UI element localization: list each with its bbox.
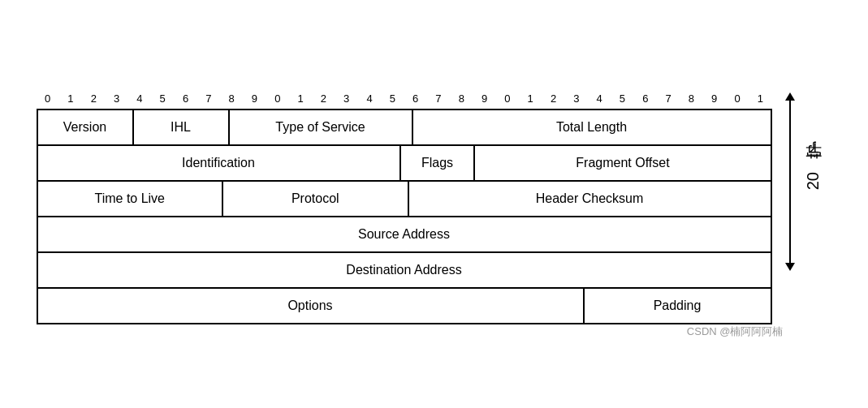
bit-label: 7: [427, 92, 450, 105]
bit-label: 0: [726, 92, 749, 105]
cell-flags: Flags: [401, 146, 476, 180]
table-row-row4: Source Address: [38, 217, 772, 253]
arrow-up-icon: [785, 92, 795, 101]
bit-label: 5: [611, 92, 633, 105]
table-row-row3: Time to LiveProtocolHeader Checksum: [38, 182, 772, 217]
brace-arrows: [784, 92, 797, 271]
bit-label: 8: [450, 92, 473, 105]
bit-label: 3: [335, 92, 358, 105]
bit-label: 2: [542, 92, 564, 105]
cell-destination-address: Destination Address: [38, 253, 771, 287]
bit-label: 7: [657, 92, 680, 105]
cell-total-length: Total Length: [413, 110, 771, 144]
bit-label: 6: [174, 92, 196, 105]
watermark: CSDN @楠阿阿阿楠: [687, 324, 784, 339]
bit-label: 3: [565, 92, 588, 105]
bit-label: 0: [37, 92, 59, 105]
bit-label: 1: [59, 92, 82, 105]
bit-label: 4: [588, 92, 611, 105]
cell-ttl: Time to Live: [38, 182, 224, 216]
bit-label: 1: [749, 92, 771, 105]
twenty-bytes-label: 20字节: [801, 172, 823, 190]
cell-fragment-offset: Fragment Offset: [475, 146, 770, 180]
table-row-row2: IdentificationFlagsFragment Offset: [38, 146, 772, 182]
cell-ihl: IHL: [134, 110, 230, 144]
bit-label: 0: [266, 92, 289, 105]
bit-label: 8: [680, 92, 702, 105]
bit-label: 5: [381, 92, 404, 105]
bit-label: 9: [473, 92, 495, 105]
bit-label: 4: [358, 92, 381, 105]
bit-label: 6: [404, 92, 427, 105]
bit-label: 1: [289, 92, 312, 105]
cell-source-address: Source Address: [38, 217, 771, 251]
cell-options: Options: [38, 289, 585, 323]
bit-label: 8: [220, 92, 243, 105]
table-row-row1: VersionIHLType of ServiceTotal Length: [38, 110, 772, 146]
cell-identification: Identification: [38, 146, 401, 180]
bit-label: 2: [82, 92, 105, 105]
twenty-bytes-brace: 20字节: [784, 92, 832, 324]
bit-label: 1: [519, 92, 542, 105]
table-row-row6: OptionsPadding: [38, 289, 772, 324]
cell-header-checksum: Header Checksum: [409, 182, 771, 216]
bit-label: 0: [496, 92, 519, 105]
bit-label: 9: [243, 92, 266, 105]
bit-label: 2: [312, 92, 335, 105]
bit-label: 7: [197, 92, 220, 105]
bit-label: 6: [634, 92, 657, 105]
cell-version: Version: [38, 110, 134, 144]
bit-label: 5: [151, 92, 174, 105]
cell-protocol: Protocol: [223, 182, 409, 216]
bit-label: 4: [128, 92, 151, 105]
brace-line: [789, 101, 791, 263]
bit-label: 9: [703, 92, 726, 105]
bit-label: 3: [105, 92, 127, 105]
table-row-row5: Destination Address: [38, 253, 772, 289]
cell-tos: Type of Service: [230, 110, 413, 144]
cell-padding: Padding: [585, 289, 771, 323]
arrow-down-icon: [785, 263, 795, 271]
ip-header-diagram: // We'll render inline 01234567890123456…: [37, 84, 832, 324]
